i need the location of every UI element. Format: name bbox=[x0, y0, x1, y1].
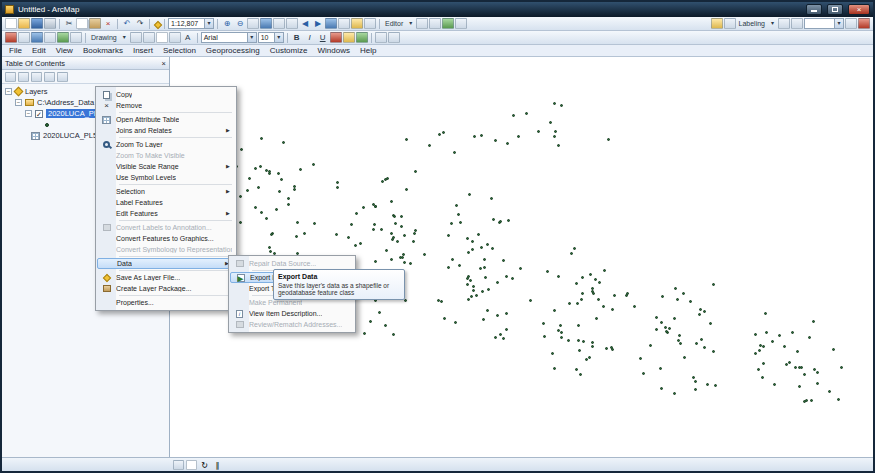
menu-item-open-attribute-table[interactable]: Open Attribute Table bbox=[97, 114, 235, 125]
menu-item-visible-scale-range[interactable]: Visible Scale Range bbox=[97, 161, 235, 172]
measure-icon[interactable] bbox=[364, 18, 376, 29]
menu-view[interactable]: View bbox=[51, 46, 78, 55]
menu-item-zoom-to-layer[interactable]: Zoom To Layer bbox=[97, 139, 235, 150]
circle-tool-icon[interactable] bbox=[169, 32, 181, 43]
fixed-zoom-out-icon[interactable] bbox=[286, 18, 298, 29]
print-icon[interactable] bbox=[44, 18, 56, 29]
delete-icon[interactable]: × bbox=[102, 18, 114, 29]
group-layer-label[interactable]: C:\Address_Data bbox=[37, 98, 94, 107]
search-window-icon[interactable] bbox=[31, 32, 43, 43]
fixed-zoom-in-icon[interactable] bbox=[273, 18, 285, 29]
label-weight-icon[interactable] bbox=[778, 18, 790, 29]
toolbox-icon[interactable] bbox=[5, 32, 17, 43]
open-folder-icon[interactable] bbox=[18, 18, 30, 29]
list-by-drawing-order-icon[interactable] bbox=[5, 72, 16, 82]
cut-icon[interactable]: ✂ bbox=[63, 18, 75, 29]
toc-options-icon[interactable] bbox=[57, 72, 68, 82]
list-by-selection-icon[interactable] bbox=[44, 72, 55, 82]
scale-combo[interactable]: 1:12,807 bbox=[168, 18, 214, 29]
refresh-view-button[interactable]: ↻ bbox=[199, 460, 210, 470]
close-button[interactable]: × bbox=[848, 4, 870, 15]
expander-icon[interactable]: − bbox=[5, 88, 12, 95]
labeling-dropdown-arrow-icon[interactable] bbox=[768, 19, 777, 28]
label-priority-icon[interactable] bbox=[724, 18, 736, 29]
create-features-icon[interactable] bbox=[442, 18, 454, 29]
menu-item-label-features[interactable]: Label Features bbox=[97, 197, 235, 208]
labeling-toolbar-label[interactable]: Labeling bbox=[737, 20, 767, 27]
line-color-button[interactable] bbox=[356, 32, 368, 43]
menu-item-remove[interactable]: × Remove bbox=[97, 100, 235, 111]
label-engine-combo[interactable] bbox=[804, 18, 844, 29]
panel-close-icon[interactable]: × bbox=[162, 59, 166, 68]
zoom-in-icon[interactable]: ⊕ bbox=[221, 18, 233, 29]
menu-item-selection[interactable]: Selection bbox=[97, 186, 235, 197]
data-view-button[interactable] bbox=[173, 460, 184, 470]
edit-tool-icon[interactable] bbox=[416, 18, 428, 29]
edit-annotation-icon[interactable] bbox=[429, 18, 441, 29]
menu-item-properties[interactable]: Properties... bbox=[97, 297, 235, 308]
rotate-element-icon[interactable] bbox=[143, 32, 155, 43]
find-icon[interactable] bbox=[351, 18, 363, 29]
underline-button[interactable]: U bbox=[317, 32, 329, 43]
forward-extent-icon[interactable]: ▶ bbox=[312, 18, 324, 29]
editor-toolbar-label[interactable]: Editor bbox=[383, 20, 405, 27]
back-extent-icon[interactable]: ◀ bbox=[299, 18, 311, 29]
font-size-combo[interactable]: 10 bbox=[258, 32, 284, 43]
list-by-visibility-icon[interactable] bbox=[31, 72, 42, 82]
menu-item-use-symbol-levels[interactable]: Use Symbol Levels bbox=[97, 172, 235, 183]
point-symbol-icon[interactable] bbox=[45, 123, 49, 127]
catalog-window-icon[interactable] bbox=[18, 32, 30, 43]
list-by-source-icon[interactable] bbox=[18, 72, 29, 82]
menu-help[interactable]: Help bbox=[355, 46, 381, 55]
fill-color-button[interactable] bbox=[343, 32, 355, 43]
new-document-icon[interactable] bbox=[5, 18, 17, 29]
label-view-icon[interactable] bbox=[845, 18, 857, 29]
font-color-button[interactable] bbox=[330, 32, 342, 43]
minimize-button[interactable] bbox=[806, 4, 822, 15]
paste-icon[interactable] bbox=[89, 18, 101, 29]
submenu-item-view-item-description[interactable]: i View Item Description... bbox=[230, 308, 354, 319]
italic-button[interactable]: I bbox=[304, 32, 316, 43]
dropdown-arrow-icon[interactable] bbox=[247, 33, 256, 42]
bold-button[interactable]: B bbox=[291, 32, 303, 43]
label-manager-icon[interactable] bbox=[711, 18, 723, 29]
menu-bookmarks[interactable]: Bookmarks bbox=[78, 46, 128, 55]
rectangle-tool-icon[interactable] bbox=[156, 32, 168, 43]
add-data-icon[interactable] bbox=[153, 20, 161, 28]
python-window-icon[interactable] bbox=[44, 32, 56, 43]
expander-icon[interactable]: − bbox=[15, 99, 22, 106]
menu-item-convert-features-to-graphics[interactable]: Convert Features to Graphics... bbox=[97, 233, 235, 244]
menu-item-copy[interactable]: Copy bbox=[97, 89, 235, 100]
pause-drawing-button[interactable]: ∥ bbox=[212, 460, 223, 470]
modelbuilder-icon[interactable] bbox=[57, 32, 69, 43]
expander-icon[interactable]: − bbox=[25, 110, 32, 117]
layers-label[interactable]: Layers bbox=[25, 87, 48, 96]
font-combo[interactable]: Arial bbox=[201, 32, 257, 43]
save-icon[interactable] bbox=[31, 18, 43, 29]
editor-dropdown-arrow-icon[interactable] bbox=[406, 19, 415, 28]
sketch-properties-icon[interactable] bbox=[388, 32, 400, 43]
menu-item-data[interactable]: Data bbox=[97, 258, 235, 269]
copy-icon[interactable] bbox=[76, 18, 88, 29]
menu-item-edit-features[interactable]: Edit Features bbox=[97, 208, 235, 219]
dropdown-arrow-icon[interactable] bbox=[274, 33, 283, 42]
zoom-out-icon[interactable]: ⊖ bbox=[234, 18, 246, 29]
pan-icon[interactable] bbox=[247, 18, 259, 29]
menu-windows[interactable]: Windows bbox=[312, 46, 354, 55]
drawing-toolbar-label[interactable]: Drawing bbox=[89, 34, 119, 41]
menu-item-save-as-layer-file[interactable]: Save As Layer File... bbox=[97, 272, 235, 283]
maximize-button[interactable] bbox=[827, 4, 843, 15]
menu-insert[interactable]: Insert bbox=[128, 46, 158, 55]
lock-labels-icon[interactable] bbox=[791, 18, 803, 29]
dropdown-arrow-icon[interactable] bbox=[204, 19, 213, 28]
toc-window-icon[interactable] bbox=[70, 32, 82, 43]
text-tool-icon[interactable]: A bbox=[182, 32, 194, 43]
redo-icon[interactable]: ↷ bbox=[134, 18, 146, 29]
select-features-icon[interactable] bbox=[325, 18, 337, 29]
label-errors-icon[interactable] bbox=[858, 18, 870, 29]
attributes-icon[interactable] bbox=[455, 18, 467, 29]
identify-icon[interactable] bbox=[338, 18, 350, 29]
snapping-icon[interactable] bbox=[375, 32, 387, 43]
dropdown-arrow-icon[interactable] bbox=[834, 19, 843, 28]
layout-view-button[interactable] bbox=[186, 460, 197, 470]
